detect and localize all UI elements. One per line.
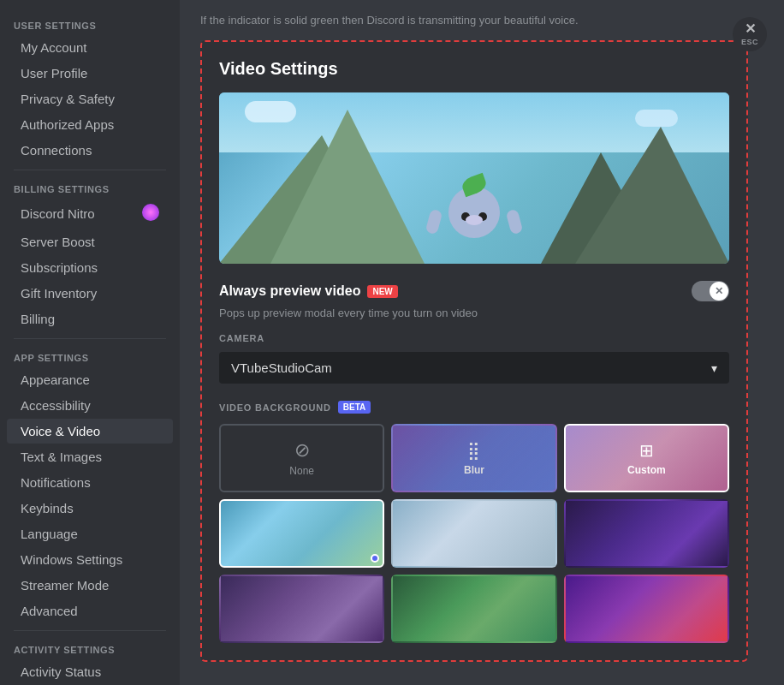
sidebar-item-label: Voice & Video	[21, 424, 100, 438]
close-icon: ✕	[745, 22, 756, 36]
sidebar-item-label: Authorized Apps	[21, 117, 114, 132]
bg-option-none[interactable]: ⊘ None	[219, 424, 384, 492]
sidebar-item-accessibility[interactable]: Accessibility	[7, 393, 173, 418]
preview-toggle-left: Always preview video NEW	[219, 283, 398, 299]
sidebar-item-notifications[interactable]: Notifications	[7, 470, 173, 495]
sidebar: USER SETTINGS My Account User Profile Pr…	[0, 0, 180, 685]
nitro-badge	[142, 204, 159, 223]
custom-content: ⊞ Custom	[566, 426, 728, 491]
preview-toggle-switch[interactable]: ✕	[692, 281, 729, 301]
toggle-x-icon: ✕	[710, 282, 728, 301]
bg-blur-label: Blur	[464, 464, 484, 476]
sidebar-item-subscriptions[interactable]: Subscriptions	[7, 255, 173, 280]
sidebar-item-label: Notifications	[21, 475, 91, 490]
sidebar-item-language[interactable]: Language	[7, 521, 173, 546]
sidebar-item-label: Privacy & Safety	[21, 92, 115, 106]
top-hint: If the indicator is solid green then Dis…	[200, 14, 763, 27]
camera-section-label: CAMERA	[219, 333, 729, 343]
bg-option-custom[interactable]: ⊞ Custom	[564, 424, 729, 492]
sidebar-item-label: Activity Status	[21, 664, 101, 679]
cloud2	[635, 110, 678, 127]
beta-badge: BETA	[338, 401, 371, 414]
blur-content: ⣿ Blur	[393, 426, 555, 491]
bg-option-thumb2[interactable]	[391, 499, 556, 568]
sidebar-item-user-profile[interactable]: User Profile	[7, 61, 173, 86]
divider-3	[14, 630, 166, 631]
blur-icon: ⣿	[467, 440, 480, 461]
sidebar-item-label: Connections	[21, 143, 92, 158]
sidebar-item-text-images[interactable]: Text & Images	[7, 444, 173, 469]
sidebar-item-label: Keybinds	[21, 501, 74, 515]
main-content: If the indicator is solid green then Dis…	[180, 0, 784, 685]
camera-value: VTubeStudioCam	[231, 360, 332, 375]
sidebar-item-label: Windows Settings	[21, 552, 122, 567]
bg-option-thumb6[interactable]	[564, 575, 729, 643]
chevron-down-icon: ▾	[711, 361, 717, 375]
esc-button[interactable]: ✕ ESC	[733, 17, 767, 51]
sidebar-item-label: Gift Inventory	[21, 286, 97, 301]
char-leaf	[460, 173, 488, 197]
char-arm-left	[425, 209, 443, 235]
sidebar-item-label: Subscriptions	[21, 260, 98, 275]
bg-option-thumb5[interactable]	[391, 575, 556, 643]
sidebar-item-discord-nitro[interactable]: Discord Nitro	[7, 199, 173, 229]
char-snout	[466, 215, 483, 225]
user-settings-label: USER SETTINGS	[0, 14, 180, 34]
char-face	[461, 204, 487, 221]
mountain-right	[575, 127, 729, 264]
sidebar-item-label: My Account	[21, 40, 87, 55]
sidebar-item-label: Billing	[21, 312, 55, 326]
sidebar-item-label: Discord Nitro	[21, 206, 95, 221]
sidebar-item-my-account[interactable]: My Account	[7, 35, 173, 60]
app-settings-label: APP SETTINGS	[0, 346, 180, 366]
bg-custom-label: Custom	[627, 464, 666, 476]
sidebar-item-billing[interactable]: Billing	[7, 307, 173, 331]
sidebar-item-label: User Profile	[21, 66, 87, 80]
preview-toggle-row: Always preview video NEW ✕	[219, 281, 729, 301]
sidebar-item-privacy-safety[interactable]: Privacy & Safety	[7, 86, 173, 111]
sidebar-item-keybinds[interactable]: Keybinds	[7, 496, 173, 521]
video-bg-section-label: VIDEO BACKGROUND	[219, 402, 331, 413]
preview-scene	[219, 92, 729, 264]
char-body	[448, 187, 500, 238]
sidebar-item-authorized-apps[interactable]: Authorized Apps	[7, 112, 173, 137]
sidebar-item-activity-status[interactable]: Activity Status	[7, 659, 173, 684]
esc-label: ESC	[741, 38, 758, 46]
bg-option-thumb1[interactable]	[219, 499, 384, 568]
sidebar-item-windows-settings[interactable]: Windows Settings	[7, 547, 173, 572]
sidebar-item-label: Accessibility	[21, 398, 91, 413]
video-bg-header: VIDEO BACKGROUND BETA	[219, 401, 729, 414]
sidebar-item-gift-inventory[interactable]: Gift Inventory	[7, 281, 173, 306]
video-preview	[219, 92, 729, 264]
sidebar-item-voice-video[interactable]: Voice & Video	[7, 419, 173, 444]
background-grid: ⊘ None ⣿ Blur ⊞ Custom	[219, 424, 729, 643]
billing-settings-label: BILLING SETTINGS	[0, 177, 180, 198]
no-bg-icon: ⊘	[294, 439, 310, 462]
sidebar-item-appearance[interactable]: Appearance	[7, 367, 173, 392]
mountain-mid	[270, 110, 425, 264]
preview-hint: Pops up preview modal every time you tur…	[219, 307, 729, 319]
char-arm-right	[506, 209, 524, 235]
sidebar-item-label: Text & Images	[21, 450, 102, 464]
video-settings-panel: Video Settings	[200, 40, 748, 662]
bg-option-blur[interactable]: ⣿ Blur	[391, 424, 556, 492]
sidebar-item-advanced[interactable]: Advanced	[7, 599, 173, 623]
sidebar-item-label: Appearance	[21, 372, 90, 387]
panel-title: Video Settings	[219, 59, 729, 79]
divider-1	[14, 170, 166, 170]
sidebar-item-label: Language	[21, 527, 78, 541]
sidebar-item-streamer-mode[interactable]: Streamer Mode	[7, 573, 173, 598]
divider-2	[14, 338, 166, 339]
sidebar-item-label: Advanced	[21, 604, 78, 618]
sidebar-item-connections[interactable]: Connections	[7, 138, 173, 163]
always-preview-label: Always preview video	[219, 283, 360, 299]
activity-settings-label: ACTIVITY SETTINGS	[0, 638, 180, 658]
camera-select[interactable]: VTubeStudioCam ▾	[219, 352, 729, 384]
sidebar-item-server-boost[interactable]: Server Boost	[7, 229, 173, 254]
new-badge: NEW	[367, 285, 397, 298]
bg-option-thumb3[interactable]	[564, 499, 729, 568]
custom-icon: ⊞	[639, 440, 654, 461]
sidebar-item-label: Streamer Mode	[21, 578, 109, 593]
bg-option-thumb4[interactable]	[219, 575, 384, 643]
bg-none-label: None	[289, 465, 314, 477]
